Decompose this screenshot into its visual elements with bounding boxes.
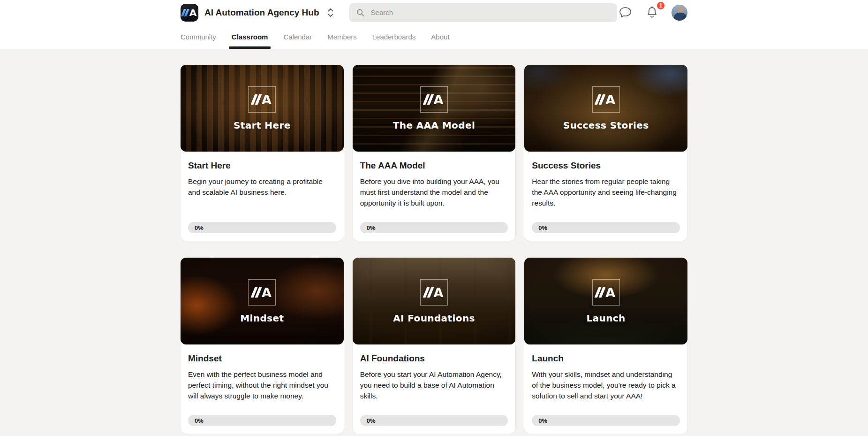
aaa-logo-badge: A — [248, 86, 276, 113]
aaa-logo-badge: A — [248, 279, 276, 306]
community-logo[interactable]: A — [181, 4, 198, 22]
course-description: Hear the stories from regular people tak… — [532, 176, 680, 222]
chat-bubble-icon — [619, 7, 632, 18]
course-title: AI Foundations — [360, 353, 508, 364]
progress-label: 0% — [195, 417, 204, 424]
logo-letter: A — [189, 8, 196, 17]
course-title: Success Stories — [532, 161, 680, 171]
iia-logo-icon: A — [253, 286, 272, 299]
iia-logo-icon: A — [182, 8, 196, 17]
course-description: Before you start your AI Automation Agen… — [360, 369, 508, 415]
course-title: Launch — [532, 353, 680, 364]
progress-label: 0% — [367, 417, 376, 424]
community-switcher-button[interactable] — [327, 8, 334, 18]
course-progress-bar: 0% — [532, 415, 680, 426]
thumbnail-caption: Success Stories — [563, 120, 649, 131]
app-header: A AI Automation Agency Hub — [0, 0, 868, 49]
course-thumbnail: A The AAA Model — [353, 65, 516, 152]
community-nav: Community Classroom Calendar Members Lea… — [181, 25, 687, 49]
course-description: Before you dive into building your AAA, … — [360, 176, 508, 222]
course-thumbnail: A AI Foundations — [353, 258, 516, 344]
thumbnail-caption: Mindset — [240, 313, 284, 324]
course-thumbnail: A Mindset — [181, 258, 344, 344]
community-name[interactable]: AI Automation Agency Hub — [204, 8, 319, 18]
progress-label: 0% — [538, 417, 547, 424]
course-card-start-here[interactable]: A Start Here Start Here Begin your journ… — [181, 65, 344, 241]
user-avatar[interactable] — [672, 5, 687, 21]
iia-logo-icon: A — [596, 286, 615, 299]
course-description: Even with the perfect business model and… — [188, 369, 336, 415]
thumbnail-caption: AI Foundations — [393, 313, 475, 324]
tab-community[interactable]: Community — [181, 25, 216, 49]
aaa-logo-badge: A — [592, 86, 620, 113]
iia-logo-icon: A — [425, 286, 444, 299]
chat-button[interactable] — [617, 5, 634, 20]
course-progress-bar: 0% — [532, 222, 680, 233]
course-thumbnail: A Success Stories — [524, 65, 687, 152]
course-description: Begin your journey to creating a profita… — [188, 176, 336, 222]
course-card-success-stories[interactable]: A Success Stories Success Stories Hear t… — [524, 65, 687, 241]
tab-calendar[interactable]: Calendar — [283, 25, 312, 49]
thumbnail-caption: Launch — [587, 313, 626, 324]
course-thumbnail: A Launch — [524, 258, 687, 344]
iia-logo-icon: A — [425, 93, 444, 106]
chevron-up-down-icon — [327, 8, 334, 18]
aaa-logo-badge: A — [420, 86, 448, 113]
progress-label: 0% — [538, 224, 547, 231]
course-card-aaa-model[interactable]: A The AAA Model The AAA Model Before you… — [353, 65, 516, 241]
tab-leaderboards[interactable]: Leaderboards — [372, 25, 416, 49]
course-title: Mindset — [188, 353, 336, 364]
course-title: Start Here — [188, 161, 336, 171]
thumbnail-caption: The AAA Model — [393, 120, 475, 131]
notification-badge: 1 — [656, 1, 665, 10]
tab-classroom[interactable]: Classroom — [232, 25, 268, 49]
notifications-button[interactable]: 1 — [644, 4, 660, 21]
classroom-page: A Start Here Start Here Begin your journ… — [181, 49, 687, 436]
thumbnail-caption: Start Here — [234, 120, 291, 131]
course-progress-bar: 0% — [188, 415, 336, 426]
search-bar[interactable] — [349, 3, 617, 22]
tab-about[interactable]: About — [431, 25, 449, 49]
course-card-mindset[interactable]: A Mindset Mindset Even with the perfect … — [181, 258, 344, 434]
iia-logo-icon: A — [596, 93, 615, 106]
course-progress-bar: 0% — [360, 222, 508, 233]
progress-label: 0% — [195, 224, 204, 231]
course-progress-bar: 0% — [188, 222, 336, 233]
course-title: The AAA Model — [360, 161, 508, 171]
search-icon — [356, 8, 364, 17]
course-card-launch[interactable]: A Launch Launch With your skills, mindse… — [524, 258, 687, 434]
course-description: With your skills, mindset and understand… — [532, 369, 680, 415]
course-card-ai-foundations[interactable]: A AI Foundations AI Foundations Before y… — [353, 258, 516, 434]
course-thumbnail: A Start Here — [181, 65, 344, 152]
aaa-logo-badge: A — [420, 279, 448, 306]
tab-members[interactable]: Members — [327, 25, 357, 49]
course-progress-bar: 0% — [360, 415, 508, 426]
iia-logo-icon: A — [253, 93, 272, 106]
progress-label: 0% — [367, 224, 376, 231]
course-grid: A Start Here Start Here Begin your journ… — [181, 65, 687, 434]
search-input[interactable] — [370, 8, 610, 17]
aaa-logo-badge: A — [592, 279, 620, 306]
